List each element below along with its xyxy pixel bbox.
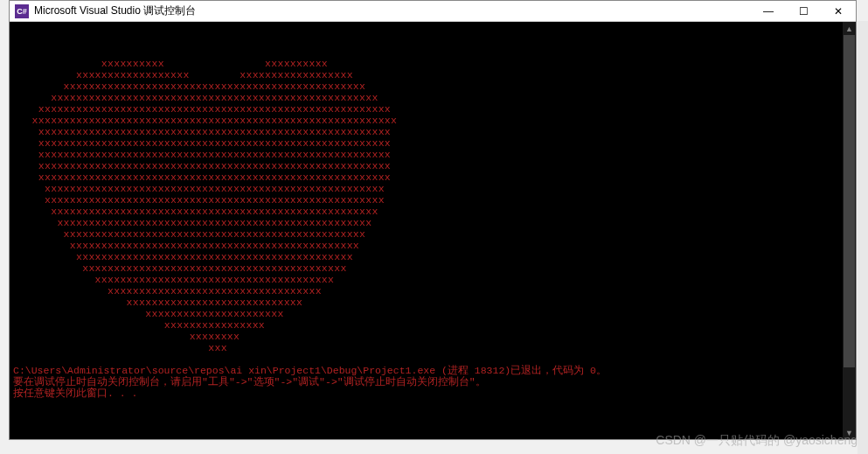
ascii-line: xxxxxxxxxxxxxxxxxxxxxxxxxxxxxxxxxxxxxxxx…	[13, 126, 839, 137]
scroll-up-icon[interactable]: ▲	[843, 22, 856, 35]
console-window: C# Microsoft Visual Studio 调试控制台 — ☐ ✕ x…	[9, 0, 857, 440]
ascii-line: xxx	[13, 342, 839, 353]
ascii-line: xxxxxxxxxxxxxxxx	[13, 319, 839, 331]
maximize-button[interactable]: ☐	[786, 1, 821, 22]
press-key-line: 按任意键关闭此窗口. . .	[13, 388, 839, 399]
ascii-line: xxxxxxxxxxxxxxxxxxxxxxxxxxxxxxxxxxxxxxxx…	[13, 171, 839, 183]
vertical-scrollbar[interactable]: ▲ ▼	[843, 22, 856, 439]
ascii-heart: xxxxxxxxxx xxxxxxxxxx xxxxxxxxxxxxxxxxxx…	[13, 58, 839, 353]
ascii-line: xxxxxxxxxxxxxxxxxxxxxxxxxxxxxxxxxxxxxxxx…	[13, 206, 839, 217]
ascii-line: xxxxxxxxxx xxxxxxxxxx	[13, 58, 839, 69]
ascii-line: xxxxxxxxxxxxxxxxxxxxxxxxxxxxxxxxxxxxxxxx…	[13, 217, 839, 228]
app-icon: C#	[15, 4, 29, 18]
hint-line: 要在调试停止时自动关闭控制台，请启用"工具"->"选项"->"调试"->"调试停…	[13, 376, 839, 388]
scrollbar-thumb[interactable]	[844, 35, 855, 367]
ascii-line: xxxxxxxxxxxxxxxxxxxxxxxxxxxxxxxxxxxxxxxx…	[13, 137, 839, 149]
ascii-line: xxxxxxxxxxxxxxxxxxxxxxxxxxxxxxxxxxxxxxxx…	[13, 92, 839, 103]
outer-scrollbar[interactable]	[858, 21, 868, 454]
scroll-down-icon[interactable]: ▼	[843, 426, 856, 439]
window-title: Microsoft Visual Studio 调试控制台	[34, 3, 751, 18]
ascii-line: xxxxxxxxxxxxxxxxxxxxxxxxxxxxxxxxxxxxxxxx…	[13, 262, 839, 274]
exit-status-line: C:\Users\Administrator\source\repos\ai x…	[13, 365, 839, 376]
ascii-line: xxxxxxxxxxxxxxxxxxxxxxxxxxxxxxxxxxxxxxxx…	[13, 194, 839, 206]
ascii-line: xxxxxxxxxxxxxxxxxxxxxxxxxxxxxxxxxxxxxxxx…	[13, 240, 839, 251]
ascii-line: xxxxxxxxxxxxxxxxxxxxxxxxxxxxxxxxxxxxxxxx…	[13, 160, 839, 171]
window-controls: — ☐ ✕	[751, 1, 856, 22]
console-body: xxxxxxxxxx xxxxxxxxxx xxxxxxxxxxxxxxxxxx…	[10, 22, 856, 439]
ascii-line: xxxxxxxxxxxxxxxxxxxxxxxxxxxxxxxxxxxxxxxx…	[13, 149, 839, 160]
ascii-line: xxxxxxxxxxxxxxxxxxxxxxxxxxxxxxxxxxxxxxxx…	[13, 103, 839, 115]
ascii-line: xxxxxxxxxxxxxxxxxxxxxxxxxxxxxxxxxxxxxxxx…	[13, 251, 839, 262]
ascii-line: xxxxxxxxxxxxxxxxxx xxxxxxxxxxxxxxxxxx	[13, 69, 839, 80]
ascii-line: xxxxxxxxxxxxxxxxxxxxxxxxxxxxxxxxxxxxxxxx…	[13, 80, 839, 92]
ascii-line: xxxxxxxxxxxxxxxxxxxxxx	[13, 308, 839, 319]
ascii-line: xxxxxxxxxxxxxxxxxxxxxxxxxxxxxxxxxxxxxx	[13, 274, 839, 285]
ascii-line: xxxxxxxxxxxxxxxxxxxxxxxxxxxxxxxxxxxxxxxx…	[13, 228, 839, 240]
console-output[interactable]: xxxxxxxxxx xxxxxxxxxx xxxxxxxxxxxxxxxxxx…	[10, 22, 843, 439]
ascii-line: xxxxxxxxxxxxxxxxxxxxxxxxxxxxxxxxxxxxxxxx…	[13, 183, 839, 194]
minimize-button[interactable]: —	[751, 1, 786, 22]
close-button[interactable]: ✕	[821, 1, 856, 22]
ascii-line: xxxxxxxxxxxxxxxxxxxxxxxxxxxxxxxxxxxxxxxx…	[13, 115, 839, 126]
titlebar[interactable]: C# Microsoft Visual Studio 调试控制台 — ☐ ✕	[10, 1, 856, 22]
ascii-line: xxxxxxxxxxxxxxxxxxxxxxxxxxxx	[13, 297, 839, 308]
ascii-line: xxxxxxxxxxxxxxxxxxxxxxxxxxxxxxxxxx	[13, 285, 839, 297]
ascii-line: xxxxxxxx	[13, 331, 839, 342]
